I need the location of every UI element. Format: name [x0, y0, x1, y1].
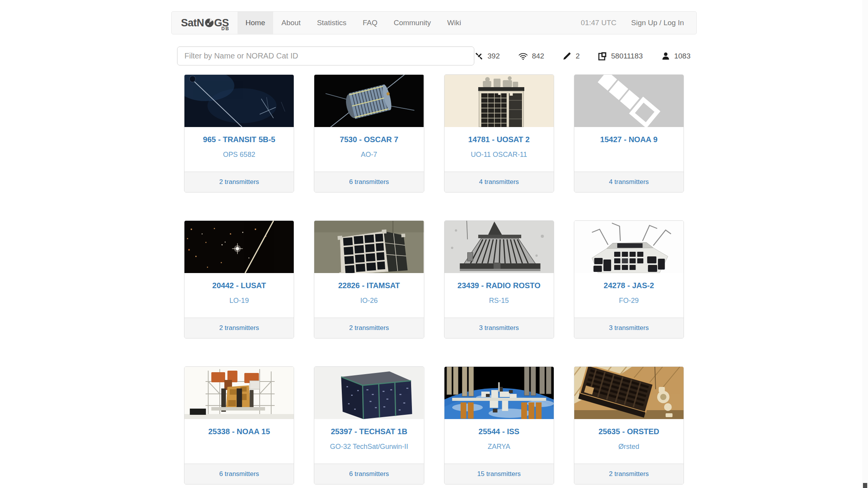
transmitter-count-footer: 2 transmitters [184, 172, 294, 192]
frames-icon [598, 52, 607, 61]
satellite-photo-lusat [184, 221, 294, 273]
data-frame-count: 58011183 [611, 52, 643, 60]
brand-text-left: SatN [181, 18, 204, 28]
user-icon [661, 52, 670, 61]
satellite-card-transit-5b5[interactable]: 965 - TRANSIT 5B-5 OPS 6582 2 transmitte… [184, 74, 294, 192]
card-body: 24278 - JAS-2 FO-29 [574, 273, 684, 318]
transmitter-count-footer: 3 transmitters [574, 318, 684, 338]
stat-data-frames: 58011183 [598, 52, 643, 61]
satellite-alt-name: ZARYA [444, 443, 554, 451]
scrollbar-down-button[interactable] [863, 483, 867, 488]
card-body: 25338 - NOAA 15 [184, 419, 294, 464]
satellite-photo-oscar-7 [314, 75, 424, 127]
stat-users: 1083 [661, 52, 691, 61]
suggestion-count: 2 [575, 52, 580, 60]
satellite-grid: 965 - TRANSIT 5B-5 OPS 6582 2 transmitte… [171, 74, 697, 485]
nav-item-wiki[interactable]: Wiki [439, 12, 469, 34]
satellite-card-itamsat[interactable]: 22826 - ITAMSAT IO-26 2 transmitters [314, 220, 424, 339]
nav-item-home[interactable]: Home [238, 12, 274, 34]
card-body: 7530 - OSCAR 7 AO-7 [314, 127, 424, 172]
satellite-placeholder-image [574, 75, 684, 127]
brand-db-label: DB [221, 26, 229, 31]
page-container: SatNGS DB Home About Statistics FAQ Comm… [171, 11, 697, 485]
satellite-alt-name: Ørsted [574, 443, 684, 451]
tools-row: 392 842 2 58011183 1083 [171, 46, 697, 65]
stat-suggestions: 2 [562, 52, 580, 61]
satnogs-dish-icon [205, 18, 214, 27]
satellite-photo-noaa-15 [184, 367, 294, 419]
transmitter-count-footer: 6 transmitters [314, 464, 424, 484]
satellite-card-uosat-2[interactable]: 14781 - UOSAT 2 UO-11 OSCAR-11 4 transmi… [444, 74, 554, 192]
navbar-right: 01:47 UTC Sign Up / Log In [581, 12, 696, 34]
stats-bar: 392 842 2 58011183 1083 [474, 52, 691, 61]
utc-clock: 01:47 UTC [581, 19, 617, 27]
satellite-title[interactable]: 25635 - ORSTED [574, 427, 684, 436]
card-body: 20442 - LUSAT LO-19 [184, 273, 294, 318]
transmitter-count-footer: 15 transmitters [444, 464, 554, 484]
card-body: 25544 - ISS ZARYA [444, 419, 554, 464]
satellite-title[interactable]: 14781 - UOSAT 2 [444, 135, 554, 144]
card-body: 23439 - RADIO ROSTO RS-15 [444, 273, 554, 318]
user-count: 1083 [674, 52, 691, 60]
satellite-count: 392 [487, 52, 500, 60]
satellite-title[interactable]: 965 - TRANSIT 5B-5 [184, 135, 294, 144]
transmitter-count-footer: 2 transmitters [184, 318, 294, 338]
transmitter-count-footer: 2 transmitters [314, 318, 424, 338]
satellite-title[interactable]: 25544 - ISS [444, 427, 554, 436]
satellite-alt-name: UO-11 OSCAR-11 [444, 151, 554, 159]
satellite-card-iss[interactable]: 25544 - ISS ZARYA 15 transmitters [444, 366, 554, 485]
satellite-photo-itamsat [314, 221, 424, 273]
card-body: 25635 - ORSTED Ørsted [574, 419, 684, 464]
satellite-filter-input[interactable] [177, 46, 474, 65]
satellite-card-jas-2[interactable]: 24278 - JAS-2 FO-29 3 transmitters [574, 220, 684, 339]
satellite-photo-orsted [574, 367, 684, 419]
satellite-card-techsat-1b[interactable]: 25397 - TECHSAT 1B GO-32 TechSat/Gurwin-… [314, 366, 424, 485]
transmitter-count-footer: 6 transmitters [314, 172, 424, 192]
satellite-alt-name [184, 443, 294, 450]
pencil-icon [562, 52, 572, 61]
stat-satellites: 392 [474, 52, 500, 61]
satellite-alt-name: AO-7 [314, 151, 424, 159]
satellite-alt-name: GO-32 TechSat/Gurwin-II [314, 443, 424, 451]
transmitter-count-footer: 4 transmitters [444, 172, 554, 192]
nav-item-faq[interactable]: FAQ [355, 12, 386, 34]
satellite-card-radio-rosto[interactable]: 23439 - RADIO ROSTO RS-15 3 transmitters [444, 220, 554, 339]
transmitter-count-footer: 6 transmitters [184, 464, 294, 484]
satellite-title[interactable]: 23439 - RADIO ROSTO [444, 281, 554, 290]
satellite-alt-name: FO-29 [574, 297, 684, 305]
nav-item-community[interactable]: Community [386, 12, 439, 34]
satellite-alt-name: IO-26 [314, 297, 424, 305]
satellite-photo-transit-5b5 [184, 75, 294, 127]
top-navbar: SatNGS DB Home About Statistics FAQ Comm… [171, 11, 697, 34]
satellite-title[interactable]: 24278 - JAS-2 [574, 281, 684, 290]
transmitter-count-footer: 3 transmitters [444, 318, 554, 338]
nav-links: Home About Statistics FAQ Community Wiki [238, 12, 469, 34]
satellite-photo-radio-rosto [444, 221, 554, 273]
satellite-title[interactable]: 25338 - NOAA 15 [184, 427, 294, 436]
satellite-card-noaa-15[interactable]: 25338 - NOAA 15 6 transmitters [184, 366, 294, 485]
satellite-title[interactable]: 25397 - TECHSAT 1B [314, 427, 424, 436]
nav-item-statistics[interactable]: Statistics [309, 12, 355, 34]
satellite-title[interactable]: 22826 - ITAMSAT [314, 281, 424, 290]
card-body: 22826 - ITAMSAT IO-26 [314, 273, 424, 318]
satellite-card-noaa-9[interactable]: 15427 - NOAA 9 4 transmitters [574, 74, 684, 192]
satellite-title[interactable]: 15427 - NOAA 9 [574, 135, 684, 144]
card-body: 25397 - TECHSAT 1B GO-32 TechSat/Gurwin-… [314, 419, 424, 464]
transmitter-count-footer: 2 transmitters [574, 464, 684, 484]
satellite-title[interactable]: 7530 - OSCAR 7 [314, 135, 424, 144]
nav-item-about[interactable]: About [273, 12, 309, 34]
card-body: 15427 - NOAA 9 [574, 127, 684, 172]
satellite-photo-uosat-2 [444, 75, 554, 127]
satellite-card-orsted[interactable]: 25635 - ORSTED Ørsted 2 transmitters [574, 366, 684, 485]
card-body: 965 - TRANSIT 5B-5 OPS 6582 [184, 127, 294, 172]
satellite-alt-name: OPS 6582 [184, 151, 294, 159]
satellite-photo-iss [444, 367, 554, 419]
satellite-card-oscar-7[interactable]: 7530 - OSCAR 7 AO-7 6 transmitters [314, 74, 424, 192]
satellite-title[interactable]: 20442 - LUSAT [184, 281, 294, 290]
satellite-alt-name: RS-15 [444, 297, 554, 305]
satellite-card-lusat[interactable]: 20442 - LUSAT LO-19 2 transmitters [184, 220, 294, 339]
transmitter-count: 842 [532, 52, 544, 60]
vertical-scrollbar[interactable] [862, 0, 868, 488]
signup-login-link[interactable]: Sign Up / Log In [631, 19, 684, 27]
satnogs-logo[interactable]: SatNGS DB [172, 12, 238, 34]
